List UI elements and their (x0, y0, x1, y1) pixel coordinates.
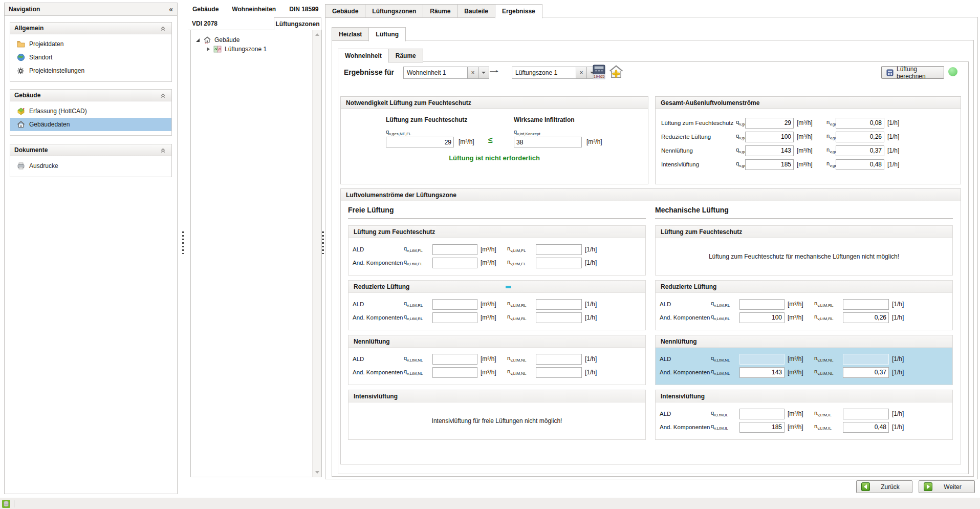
lueftung-berechnen-button[interactable]: Lüftung berechnen (881, 66, 944, 79)
tree-expander-collapsed-icon[interactable] (207, 47, 210, 51)
n-symbol: nv,LtM,NL (507, 368, 536, 376)
tab-heizlast[interactable]: Heizlast (332, 27, 369, 41)
lueftungszone-combo-value[interactable]: Lüftungszone 1 (512, 67, 576, 79)
unit-label: [m³/h] (455, 138, 474, 145)
calculator-icon[interactable]: 19465 (593, 65, 605, 79)
tab-middle-din18599[interactable]: DIN 18599 (289, 6, 318, 13)
flow-value-input[interactable] (432, 312, 477, 323)
rate-value-input[interactable] (843, 354, 889, 365)
rate-value-input[interactable] (843, 299, 889, 310)
rate-value-input[interactable] (843, 409, 889, 419)
rate-value-input[interactable] (536, 258, 582, 268)
clear-icon[interactable]: × (576, 67, 587, 79)
tree-scrollbar[interactable] (312, 30, 321, 477)
flow-value-input[interactable] (432, 354, 477, 365)
nav-group-header[interactable]: Gebäude (10, 90, 171, 101)
tab-bauteile[interactable]: Bauteile (457, 4, 495, 18)
lueftungszone-combo[interactable]: Lüftungszone 1 × (512, 67, 598, 79)
value-row: And. Komponenten qv,LtM,FL [m³/h] nv,LtM… (353, 257, 604, 268)
wohneinheit-combo-value[interactable]: Wohneinheit 1 (403, 67, 468, 79)
rate-value-input[interactable] (836, 118, 884, 129)
necessity-panel: Notwendigkeit Lüftung zum Feuchteschutz … (340, 96, 648, 184)
collapse-chevrons-icon[interactable] (159, 146, 167, 155)
nav-item-gebaeudedaten[interactable]: Gebäudedaten (10, 118, 171, 131)
tab-middle-wohneinheiten[interactable]: Wohneinheiten (232, 6, 276, 13)
tab-raeume[interactable]: Räume (423, 4, 458, 18)
rate-value-input[interactable] (536, 354, 582, 365)
rate-value-input[interactable] (836, 132, 884, 142)
tab-wohneinheit[interactable]: Wohneinheit (338, 49, 389, 63)
splitter-handle-left[interactable] (182, 231, 184, 254)
n-symbol: nv,LtM,FL (507, 245, 536, 253)
collapse-chevrons-icon[interactable] (159, 91, 167, 100)
nav-item-erfassung-hottcad[interactable]: Erfassung (HottCAD) (10, 104, 171, 118)
tab-lueftungszonen[interactable]: Lüftungszonen (365, 4, 423, 18)
collapse-panel-icon[interactable]: « (169, 5, 173, 13)
nav-item-standort[interactable]: Standort (10, 51, 171, 64)
totals-row: Reduzierte Lüftung qv,ge [m³/h] nv,ge [1… (661, 131, 954, 142)
rate-value-input[interactable] (536, 367, 582, 378)
tree-item-lueftungszone-1[interactable]: Lüftungszone 1 (207, 44, 267, 54)
tab-vdi-2078[interactable]: VDI 2078 (188, 17, 274, 30)
house-fan-icon[interactable] (609, 65, 623, 79)
rate-value-input[interactable] (836, 159, 884, 170)
n-symbol: nv,LtM,NL (814, 368, 843, 376)
rate-value-input[interactable] (536, 299, 582, 310)
tab-lueftung[interactable]: Lüftung (368, 27, 406, 41)
value-row: And. Komponenten qv,LtM,NL [m³/h] nv,LtM… (660, 367, 911, 378)
necessity-panel-title: Notwendigkeit Lüftung zum Feuchteschutz (341, 97, 648, 109)
nav-group-header[interactable]: Dokumente (10, 144, 171, 156)
splitter-handle-right[interactable] (322, 231, 324, 254)
flow-value-input[interactable] (739, 422, 785, 433)
nav-item-label: Standort (29, 54, 52, 61)
scroll-up-icon[interactable] (313, 30, 321, 39)
rate-value-input[interactable] (536, 312, 582, 323)
nav-item-projekteinstellungen[interactable]: Projekteinstellungen (10, 64, 171, 77)
rate-value-input[interactable] (843, 422, 889, 433)
flow-value-input[interactable] (739, 312, 785, 323)
flow-value-input[interactable] (432, 258, 477, 268)
flow-value-input[interactable] (432, 367, 477, 378)
value-row: ALD qv,LtM,FL [m³/h] nv,LtM,FL [1/h] (353, 244, 604, 255)
zone-panel-title: Luftvolumenströme der Lüftungszone (341, 189, 961, 201)
flow-value-input[interactable] (745, 145, 794, 156)
flow-value-input[interactable] (739, 354, 785, 365)
tab-middle-gebaeude[interactable]: Gebäude (192, 6, 219, 13)
flow-value-input[interactable] (745, 159, 794, 170)
flow-value-input[interactable] (432, 299, 477, 310)
wohneinheit-combo[interactable]: Wohneinheit 1 × (403, 67, 489, 79)
nav-item-projektdaten[interactable]: Projektdaten (10, 37, 171, 51)
rate-value-input[interactable] (836, 145, 884, 156)
tree-expander-expanded-icon[interactable] (196, 38, 200, 42)
infiltration-flow-input[interactable] (514, 137, 582, 147)
unit-label: [m³/h] (794, 161, 826, 168)
back-button[interactable]: Zurück (856, 480, 912, 493)
rate-value-input[interactable] (536, 244, 582, 255)
flow-value-input[interactable] (739, 367, 785, 378)
flow-value-input[interactable] (745, 118, 794, 129)
rate-value-input[interactable] (843, 312, 889, 323)
tab-view-raeume[interactable]: Räume (388, 49, 423, 62)
flow-value-input[interactable] (739, 299, 785, 310)
scroll-down-icon[interactable] (313, 468, 321, 477)
q-symbol: qv,LtM,RL (404, 300, 432, 308)
tree-item-gebaeude[interactable]: Gebäude (196, 35, 239, 45)
next-button[interactable]: Weiter (919, 480, 975, 493)
nav-item-ausdrucke[interactable]: Ausdrucke (10, 159, 171, 173)
tab-gebaeude[interactable]: Gebäude (325, 4, 365, 18)
unit-label: [1/h] (884, 161, 907, 168)
flow-value-input[interactable] (739, 409, 785, 419)
flow-value-input[interactable] (745, 132, 794, 142)
clear-icon[interactable]: × (467, 67, 478, 79)
flow-value-input[interactable] (432, 244, 477, 255)
gear-icon (16, 67, 25, 75)
feuchteschutz-flow-input[interactable] (386, 137, 454, 147)
nav-group-header[interactable]: Allgemein (10, 23, 171, 34)
q-symbol: qv,LtM,IL (711, 423, 739, 431)
rate-value-input[interactable] (843, 367, 889, 378)
collapse-chevrons-icon[interactable] (159, 24, 167, 33)
tab-lueftungszonen-middle[interactable]: Lüftungszonen (274, 17, 321, 30)
n-symbol: nv,LtM,FL (507, 259, 536, 266)
globe-icon (16, 53, 25, 62)
tab-ergebnisse[interactable]: Ergebnisse (495, 4, 542, 18)
